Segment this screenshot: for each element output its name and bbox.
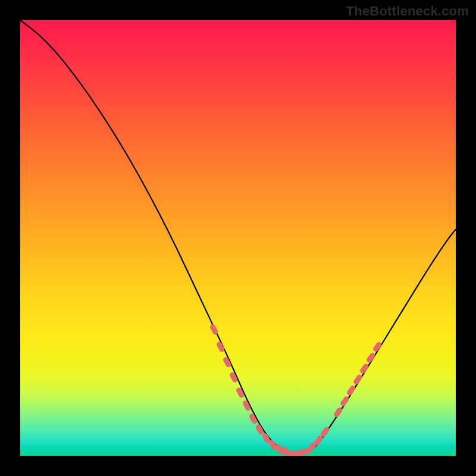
watermark-label: TheBottleneck.com: [346, 4, 469, 19]
curve-marker: [346, 384, 356, 396]
marker-group: [209, 324, 383, 456]
curve-marker: [216, 341, 226, 353]
curve-marker: [365, 352, 376, 364]
curve-layer: [20, 20, 456, 456]
plot-area: [20, 20, 456, 456]
curve-marker: [372, 341, 383, 353]
chart-frame: TheBottleneck.com: [0, 0, 476, 476]
curve-marker: [359, 363, 369, 375]
curve-marker: [352, 374, 363, 386]
